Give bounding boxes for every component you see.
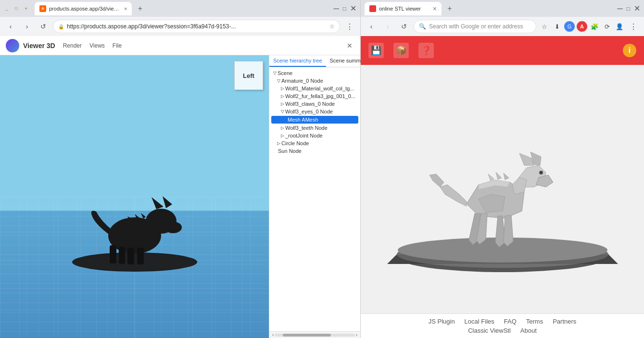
arrow-icon: ▷	[281, 133, 284, 138]
svg-marker-20	[152, 197, 164, 209]
tab-title: products.aspose.app/3d/view...	[49, 6, 121, 12]
tree-item-armature[interactable]: ▽ Armature_0 Node	[269, 77, 360, 85]
left-tab-bar: _ □ × A products.aspose.app/3d/view... ×…	[0, 0, 360, 17]
arrow-icon: ▷	[281, 94, 284, 99]
tree-item-wolf2[interactable]: ▷ Wolf2_fur_fella3_jpg_001_0...	[269, 92, 360, 100]
menu-render[interactable]: Render	[63, 42, 82, 49]
svg-marker-45	[440, 185, 467, 206]
right-minimize-icon[interactable]: ─	[617, 4, 622, 13]
browser-menu-btn[interactable]: ⋮	[343, 20, 356, 33]
right-browser-chrome: online STL viewer × + ─ □ ✕ ‹ › ↺ 🔍 Sear…	[361, 0, 644, 36]
tab-scene-summary[interactable]: Scene summary	[326, 55, 361, 67]
extensions-icon[interactable]: 🧩	[589, 21, 600, 32]
new-tab-btn[interactable]: +	[134, 2, 146, 15]
right-tab-close-btn[interactable]: ×	[433, 5, 437, 13]
footer-link-terms[interactable]: Terms	[526, 318, 543, 325]
viewer3d-app: Viewer 3D Render Views File ✕	[0, 36, 360, 338]
tree-item-mesh-amesh[interactable]: Mesh AMesh	[271, 116, 358, 124]
restore-icon[interactable]: □	[343, 5, 346, 12]
stl-box-btn[interactable]: 📦	[393, 43, 409, 58]
tab-favicon: A	[39, 5, 46, 12]
right-refresh-btn[interactable]: ↺	[397, 20, 411, 33]
tree-item-scene[interactable]: ▽ Scene	[269, 69, 360, 77]
3d-viewport[interactable]: Left	[0, 55, 269, 338]
bookmark-icon[interactable]: ☆	[539, 21, 550, 32]
minimize-btn[interactable]: _	[4, 6, 10, 12]
arrow-icon: ▷	[281, 125, 284, 130]
tree-item-rootjoint[interactable]: ▷ _rootJoint Node	[269, 132, 360, 139]
sync-icon[interactable]: ⟳	[602, 21, 612, 32]
tree-item-wolf1[interactable]: ▷ Wolf1_Material_wolf_col_tg...	[269, 85, 360, 92]
svg-marker-49	[496, 172, 502, 179]
right-restore-icon[interactable]: □	[627, 5, 630, 12]
tree-item-wolf3-eyes[interactable]: ▽ Wolf3_eyes_0 Node	[269, 108, 360, 115]
star-icon[interactable]: ☆	[329, 23, 335, 30]
tree-item-wolf3-claws[interactable]: ▷ Wolf3_claws_0 Node	[269, 100, 360, 108]
scene-tree: ▽ Scene ▽ Armature_0 Node ▷ Wolf1_Materi…	[269, 67, 360, 331]
right-tab-bar: online STL viewer × + ─ □ ✕	[361, 0, 644, 17]
addon-icon[interactable]: A	[577, 21, 587, 32]
footer-link-partners[interactable]: Partners	[553, 318, 576, 325]
scene-summary-label: Scene summary	[330, 58, 361, 63]
maximize-btn[interactable]: □	[13, 6, 19, 12]
tree-label-rootjoint: _rootJoint Node	[285, 133, 323, 138]
stl-footer-links-row2: Classic ViewStl About	[368, 327, 636, 334]
tree-item-sun[interactable]: Sun Node	[269, 147, 360, 155]
app-titlebar: Viewer 3D Render Views File ✕	[0, 36, 360, 55]
profile-icon[interactable]: G	[564, 21, 575, 32]
tab-close-btn[interactable]: ×	[124, 6, 127, 12]
stl-3d-viewport[interactable]	[361, 65, 644, 313]
download-icon[interactable]: ⬇	[552, 21, 562, 32]
stl-box-icon: 📦	[393, 43, 409, 58]
app-close-btn[interactable]: ✕	[345, 41, 354, 50]
footer-link-js-plugin[interactable]: JS Plugin	[429, 318, 455, 325]
right-browser-menu-btn[interactable]: ⋮	[627, 20, 640, 33]
footer-link-local-files[interactable]: Local Files	[465, 318, 494, 325]
tab-scene-hierarchy[interactable]: Scene hierarchy tree	[269, 55, 326, 67]
left-browser-chrome: _ □ × A products.aspose.app/3d/view... ×…	[0, 0, 360, 36]
account-icon[interactable]: 👤	[614, 21, 625, 32]
stl-save-icon: 💾	[368, 43, 384, 58]
url-bar[interactable]: 🔒 https://products.aspose.app/3d/viewer?…	[53, 20, 340, 33]
svg-marker-21	[163, 196, 172, 208]
footer-link-about[interactable]: About	[520, 327, 537, 334]
tree-item-circle[interactable]: ▷ Circle Node	[269, 139, 360, 147]
right-back-btn[interactable]: ‹	[365, 20, 378, 33]
refresh-btn[interactable]: ↺	[37, 20, 50, 33]
scene-scrollbar[interactable]: ‹ ›	[269, 331, 360, 338]
right-active-tab[interactable]: online STL viewer ×	[365, 2, 442, 15]
close-btn-window[interactable]: ×	[23, 6, 29, 12]
footer-link-faq[interactable]: FAQ	[504, 318, 517, 325]
back-btn[interactable]: ‹	[4, 20, 17, 33]
close-icon[interactable]: ✕	[350, 4, 356, 13]
footer-link-classic[interactable]: Classic ViewStl	[468, 327, 511, 334]
minimize-icon[interactable]: ─	[333, 4, 339, 13]
svg-marker-40	[512, 177, 527, 194]
scroll-right-btn[interactable]: ›	[355, 332, 358, 338]
arrow-icon: ▷	[281, 101, 284, 106]
svg-point-53	[540, 172, 542, 174]
stl-help-icon: ❓	[418, 43, 434, 58]
forward-btn[interactable]: ›	[20, 20, 34, 33]
svg-rect-26	[119, 247, 125, 264]
scrollbar-thumb[interactable]	[283, 334, 331, 337]
nav-cube[interactable]: Left	[234, 61, 263, 90]
stl-info-badge[interactable]: i	[623, 44, 636, 57]
right-close-icon[interactable]: ✕	[634, 4, 640, 13]
svg-point-16	[72, 253, 197, 271]
tree-item-wolf3-teeth[interactable]: ▷ Wolf3_teeth Node	[269, 124, 360, 132]
stl-viewer-app: 💾 📦 ❓ i	[361, 36, 644, 338]
menu-file[interactable]: File	[113, 42, 122, 49]
stl-save-btn[interactable]: 💾	[368, 43, 384, 58]
active-tab[interactable]: A products.aspose.app/3d/view... ×	[35, 2, 132, 15]
menu-views[interactable]: Views	[89, 42, 105, 49]
scrollbar-track[interactable]	[275, 334, 354, 337]
stl-help-btn[interactable]: ❓	[418, 43, 434, 58]
svg-marker-42	[504, 215, 513, 246]
right-tab-favicon	[369, 5, 376, 12]
right-url-bar[interactable]: 🔍 Search with Google or enter address	[414, 20, 536, 33]
right-forward-btn[interactable]: ›	[381, 20, 394, 33]
scroll-left-btn[interactable]: ‹	[271, 332, 275, 338]
svg-marker-50	[504, 173, 509, 180]
right-new-tab-btn[interactable]: +	[443, 2, 456, 15]
